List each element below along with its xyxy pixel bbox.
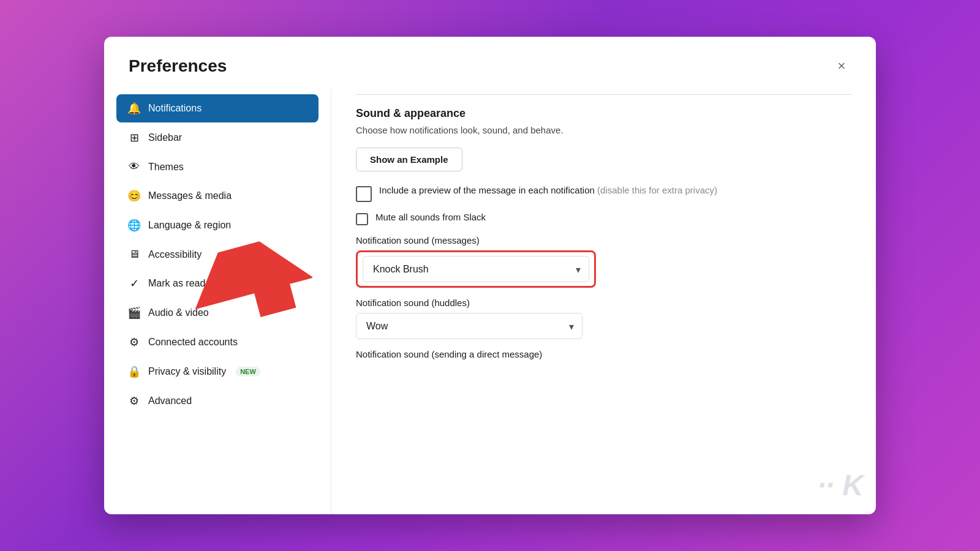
mute-checkbox[interactable] xyxy=(356,213,368,225)
huddles-sound-label: Notification sound (huddles) xyxy=(356,298,851,308)
preview-checkbox[interactable] xyxy=(356,186,372,202)
language-region-icon: 🌐 xyxy=(127,219,141,232)
themes-icon: 👁 xyxy=(127,160,141,173)
sidebar-item-audio-video[interactable]: 🎬Audio & video xyxy=(116,299,318,327)
sidebar-label-language-region: Language & region xyxy=(148,220,231,231)
content-area: Sound & appearance Choose how notificati… xyxy=(331,88,876,514)
sidebar-item-accessibility[interactable]: 🖥Accessibility xyxy=(116,241,318,268)
sidebar-item-themes[interactable]: 👁Themes xyxy=(116,153,318,181)
show-example-button[interactable]: Show an Example xyxy=(356,148,462,171)
preview-checkbox-row: Include a preview of the message in each… xyxy=(356,185,851,202)
sidebar-label-connected-accounts: Connected accounts xyxy=(148,337,238,348)
dm-sound-label: Notification sound (sending a direct mes… xyxy=(356,349,851,359)
sidebar-label-accessibility: Accessibility xyxy=(148,249,202,260)
sidebar-item-connected-accounts[interactable]: ⚙Connected accounts xyxy=(116,328,318,356)
messages-media-icon: 😊 xyxy=(127,189,141,203)
close-button[interactable]: × xyxy=(832,56,851,76)
section-divider xyxy=(356,94,851,95)
sidebar-item-language-region[interactable]: 🌐Language & region xyxy=(116,211,318,239)
sidebar-item-notifications[interactable]: 🔔Notifications xyxy=(116,94,318,122)
section-title: Sound & appearance xyxy=(356,107,851,120)
sidebar-label-mark-as-read: Mark as read xyxy=(148,278,205,289)
sidebar-item-mark-as-read[interactable]: ✓Mark as read xyxy=(116,269,318,298)
sidebar-label-advanced: Advanced xyxy=(148,395,192,407)
modal-title: Preferences xyxy=(129,56,227,76)
mute-label: Mute all sounds from Slack xyxy=(375,212,486,222)
huddles-sound-dropdown-wrapper: Wow ▾ xyxy=(356,313,582,339)
modal-header: Preferences × xyxy=(104,37,876,88)
preferences-modal: Preferences × 🔔Notifications⊞Sidebar👁The… xyxy=(104,37,876,514)
sidebar-label-audio-video: Audio & video xyxy=(148,307,209,318)
messages-sound-section: Notification sound (messages) Knock Brus… xyxy=(356,235,851,288)
messages-sound-dropdown-wrapper: Knock Brush ▾ xyxy=(363,256,589,282)
sidebar-label-notifications: Notifications xyxy=(148,103,202,114)
accessibility-icon: 🖥 xyxy=(127,248,141,261)
messages-sound-label: Notification sound (messages) xyxy=(356,235,851,246)
section-desc: Choose how notifications look, sound, an… xyxy=(356,125,851,135)
sidebar-item-privacy-visibility[interactable]: 🔒Privacy & visibilityNEW xyxy=(116,358,318,386)
sidebar-item-sidebar[interactable]: ⊞Sidebar xyxy=(116,124,318,152)
preview-label: Include a preview of the message in each… xyxy=(379,185,717,195)
new-badge-privacy-visibility: NEW xyxy=(236,367,260,377)
sidebar-item-messages-media[interactable]: 😊Messages & media xyxy=(116,182,318,210)
huddles-sound-section: Notification sound (huddles) Wow ▾ xyxy=(356,298,851,339)
notifications-icon: 🔔 xyxy=(127,102,141,115)
messages-sound-select[interactable]: Knock Brush xyxy=(363,256,589,282)
mark-as-read-icon: ✓ xyxy=(127,277,141,290)
privacy-visibility-icon: 🔒 xyxy=(127,365,141,378)
sidebar: 🔔Notifications⊞Sidebar👁Themes😊Messages &… xyxy=(104,88,331,514)
modal-body: 🔔Notifications⊞Sidebar👁Themes😊Messages &… xyxy=(104,88,876,514)
sidebar-item-advanced[interactable]: ⚙Advanced xyxy=(116,387,318,415)
huddles-sound-select[interactable]: Wow xyxy=(356,313,582,339)
sidebar-label-themes: Themes xyxy=(148,162,184,173)
connected-accounts-icon: ⚙ xyxy=(127,335,141,349)
advanced-icon: ⚙ xyxy=(127,394,141,408)
sidebar-label-sidebar: Sidebar xyxy=(148,132,182,143)
dm-sound-section: Notification sound (sending a direct mes… xyxy=(356,349,851,359)
sidebar-icon: ⊞ xyxy=(127,131,141,144)
mute-checkbox-row: Mute all sounds from Slack xyxy=(356,212,851,225)
audio-video-icon: 🎬 xyxy=(127,306,141,320)
sidebar-label-messages-media: Messages & media xyxy=(148,190,232,201)
sidebar-label-privacy-visibility: Privacy & visibility xyxy=(148,366,226,377)
